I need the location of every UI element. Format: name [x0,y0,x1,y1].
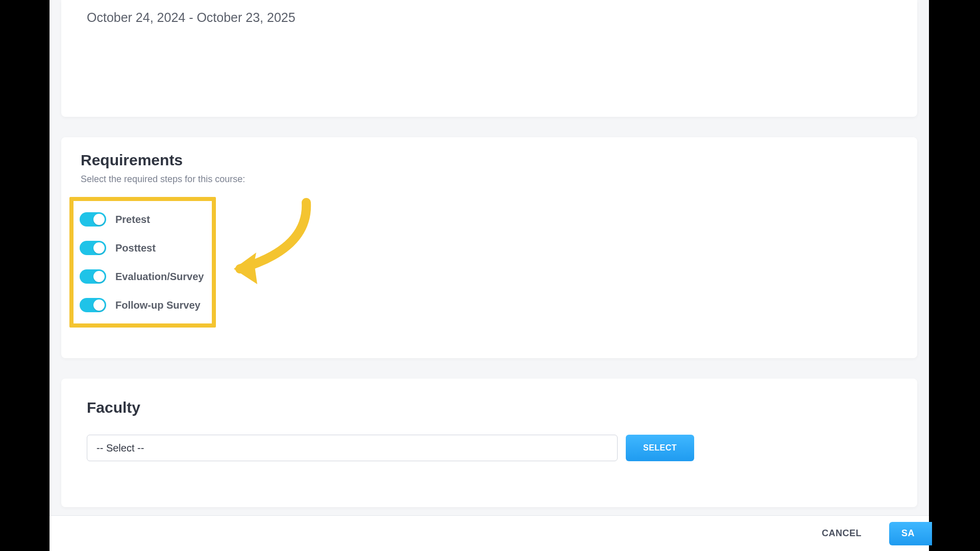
requirements-card: Requirements Select the required steps f… [61,137,917,358]
toggle-label: Posttest [115,242,156,254]
toggle-posttest[interactable] [80,241,106,255]
faculty-select-dropdown[interactable]: -- Select -- [87,435,618,461]
toggle-row-followup: Follow-up Survey [77,291,207,319]
faculty-row: -- Select -- SELECT [87,435,892,461]
arrow-annotation-icon [219,197,332,289]
faculty-select-button[interactable]: SELECT [626,435,694,461]
toggle-label: Pretest [115,214,150,226]
requirements-title: Requirements [81,152,897,169]
toggle-row-posttest: Posttest [77,234,207,262]
save-button[interactable]: SA [889,522,932,545]
cancel-button[interactable]: CANCEL [807,521,876,546]
toggle-pretest[interactable] [80,212,106,227]
footer-bar: CANCEL SA [50,515,929,551]
toggle-followup[interactable] [80,298,106,312]
app-frame: October 24, 2024 - October 23, 2025 Requ… [50,0,929,551]
toggle-row-pretest: Pretest [77,205,207,234]
toggle-row-evaluation: Evaluation/Survey [77,262,207,291]
date-range-card: October 24, 2024 - October 23, 2025 [61,0,917,117]
faculty-title: Faculty [87,399,892,416]
toggle-label: Follow-up Survey [115,299,201,311]
toggle-evaluation[interactable] [80,269,106,284]
faculty-card: Faculty -- Select -- SELECT [61,379,917,507]
requirements-highlight-box: Pretest Posttest Evaluation/Survey Follo… [69,197,216,328]
toggle-label: Evaluation/Survey [115,271,204,283]
requirements-subtitle: Select the required steps for this cours… [81,174,897,185]
date-range-text: October 24, 2024 - October 23, 2025 [87,10,892,25]
